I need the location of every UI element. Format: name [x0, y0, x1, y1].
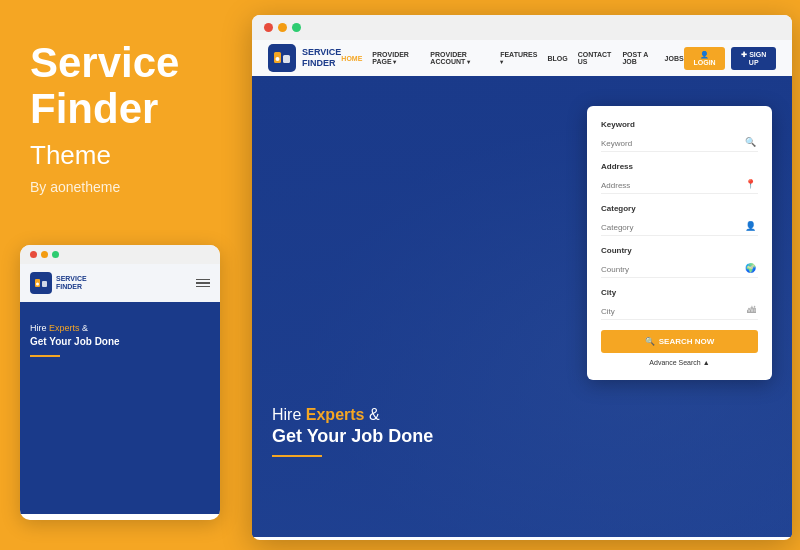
hero-section: Hire Experts & Get Your Job Done Keyword… — [252, 76, 792, 537]
site-nav-buttons: 👤 LOGIN ✚ SIGN UP — [684, 47, 776, 70]
mobile-hero-divider — [30, 355, 60, 357]
browser-mockup: SERVICE FINDER HOME PROVIDER PAGE PROVID… — [252, 15, 792, 540]
search-now-button[interactable]: 🔍 SEARCH NOW — [601, 330, 758, 353]
advance-search-link[interactable]: Advance Search ▲ — [601, 359, 758, 366]
signup-button[interactable]: ✚ SIGN UP — [731, 47, 776, 70]
nav-jobs[interactable]: JOBS — [665, 55, 684, 62]
address-input[interactable] — [601, 178, 758, 194]
mobile-content: SERVICE FINDER Hire Experts & Get Your J… — [20, 264, 220, 514]
hero-highlight: Experts — [306, 406, 365, 423]
mobile-logo: SERVICE FINDER — [30, 272, 87, 294]
mobile-hero: Hire Experts & Get Your Job Done — [20, 302, 220, 367]
address-field: Address 📍 — [601, 162, 758, 194]
mobile-nav: SERVICE FINDER — [20, 264, 220, 302]
search-card: Keyword 🔍 Address 📍 Category — [587, 106, 772, 380]
country-field: Country 🌍 — [601, 246, 758, 278]
country-flag-icon: 🌍 — [745, 263, 756, 273]
login-button[interactable]: 👤 LOGIN — [684, 47, 726, 70]
city-label: City — [601, 288, 758, 297]
mobile-dot-red — [30, 251, 37, 258]
mobile-logo-text: SERVICE FINDER — [56, 275, 87, 290]
site-nav: SERVICE FINDER HOME PROVIDER PAGE PROVID… — [252, 40, 792, 76]
category-input[interactable] — [601, 220, 758, 236]
mobile-logo-icon — [30, 272, 52, 294]
app-author: By aonetheme — [30, 179, 215, 195]
nav-contact[interactable]: CONTACT US — [578, 51, 613, 65]
keyword-input[interactable] — [601, 136, 758, 152]
city-field: City 🏙 — [601, 288, 758, 320]
category-field: Category 👤 — [601, 204, 758, 236]
keyword-input-row: 🔍 — [601, 132, 758, 152]
city-input[interactable] — [601, 304, 758, 320]
keyword-label: Keyword — [601, 120, 758, 129]
category-label: Category — [601, 204, 758, 213]
keyword-field: Keyword 🔍 — [601, 120, 758, 152]
mobile-hamburger-icon[interactable] — [196, 279, 210, 288]
address-label: Address — [601, 162, 758, 171]
city-input-row: 🏙 — [601, 300, 758, 320]
app-subtitle: Theme — [30, 140, 215, 171]
city-building-icon: 🏙 — [747, 305, 756, 315]
hero-text: Hire Experts & Get Your Job Done — [272, 406, 433, 457]
category-person-icon: 👤 — [745, 221, 756, 231]
category-input-row: 👤 — [601, 216, 758, 236]
nav-provider-account[interactable]: PROVIDER ACCOUNT — [430, 51, 490, 65]
browser-content: SERVICE FINDER HOME PROVIDER PAGE PROVID… — [252, 40, 792, 537]
app-title: Service Finder — [30, 40, 215, 132]
browser-bar — [252, 15, 792, 40]
advance-chevron-icon: ▲ — [703, 359, 710, 366]
country-input[interactable] — [601, 262, 758, 278]
browser-dot-green[interactable] — [292, 23, 301, 32]
svg-point-2 — [36, 283, 39, 286]
nav-blog[interactable]: BLOG — [547, 55, 567, 62]
site-nav-links: HOME PROVIDER PAGE PROVIDER ACCOUNT FEAT… — [341, 51, 683, 65]
hero-line2: Get Your Job Done — [272, 426, 433, 447]
keyword-search-icon: 🔍 — [745, 137, 756, 147]
search-btn-label: SEARCH NOW — [659, 337, 715, 346]
nav-post-job[interactable]: POST A JOB — [622, 51, 654, 65]
mobile-hero-text: Hire Experts & Get Your Job Done — [30, 322, 210, 349]
country-input-row: 🌍 — [601, 258, 758, 278]
nav-features[interactable]: FEATURES — [500, 51, 537, 65]
mobile-dot-green — [52, 251, 59, 258]
mobile-mockup: SERVICE FINDER Hire Experts & Get Your J… — [20, 245, 220, 520]
country-label: Country — [601, 246, 758, 255]
site-logo-text: SERVICE FINDER — [302, 47, 341, 69]
site-logo-icon — [268, 44, 296, 72]
svg-rect-1 — [42, 281, 47, 287]
browser-dot-yellow[interactable] — [278, 23, 287, 32]
hero-line1: Hire Experts & — [272, 406, 433, 424]
mobile-dot-yellow — [41, 251, 48, 258]
browser-dot-red[interactable] — [264, 23, 273, 32]
mobile-browser-bar — [20, 245, 220, 264]
svg-point-5 — [276, 57, 280, 61]
address-input-row: 📍 — [601, 174, 758, 194]
hero-divider — [272, 455, 322, 457]
nav-provider-page[interactable]: PROVIDER PAGE — [372, 51, 420, 65]
address-location-icon: 📍 — [745, 179, 756, 189]
nav-home[interactable]: HOME — [341, 55, 362, 62]
site-logo: SERVICE FINDER — [268, 44, 341, 72]
svg-rect-4 — [283, 55, 290, 63]
search-btn-icon: 🔍 — [645, 337, 655, 346]
